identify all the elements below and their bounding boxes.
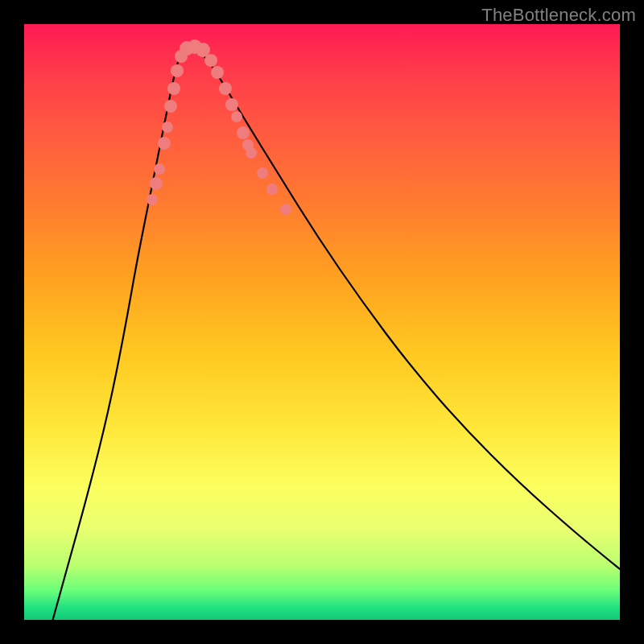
data-point xyxy=(237,126,250,139)
data-point xyxy=(211,66,224,79)
curve-layer xyxy=(24,24,620,620)
highlighted-points-group xyxy=(147,39,291,215)
plot-area xyxy=(24,24,620,620)
data-point xyxy=(147,194,158,205)
data-point xyxy=(171,64,184,77)
data-point xyxy=(246,147,257,159)
data-point xyxy=(280,204,291,215)
data-point xyxy=(257,167,268,179)
data-point xyxy=(150,177,163,190)
data-point xyxy=(231,111,242,122)
chart-frame: TheBottleneck.com xyxy=(0,0,644,644)
data-point xyxy=(204,54,217,67)
data-point xyxy=(162,122,173,133)
data-point xyxy=(164,100,177,113)
data-point xyxy=(266,184,278,195)
data-point xyxy=(154,163,165,175)
data-point xyxy=(225,98,238,111)
bottleneck-curve xyxy=(48,47,620,620)
watermark-text: TheBottleneck.com xyxy=(481,5,636,26)
data-point xyxy=(158,137,171,150)
data-point xyxy=(167,82,180,95)
data-point xyxy=(219,82,232,95)
